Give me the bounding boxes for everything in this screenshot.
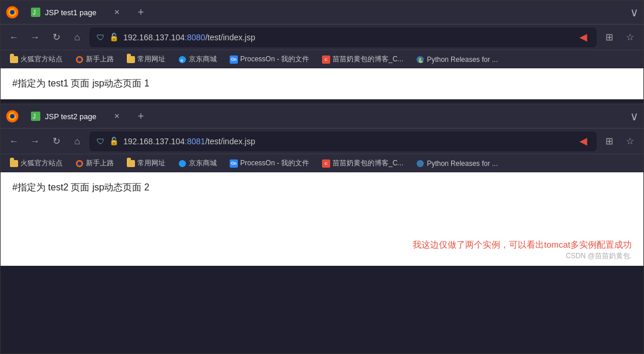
folder-icon-common xyxy=(127,56,135,63)
new-tab-btn-2[interactable]: + xyxy=(131,107,150,126)
svg-text:⊕: ⊕ xyxy=(180,58,183,62)
globe-icon-2 xyxy=(178,159,186,168)
qr-icon-2[interactable]: ⊞ xyxy=(600,133,618,150)
svg-point-18 xyxy=(179,159,186,166)
refresh-button-2[interactable]: ↻ xyxy=(47,133,65,150)
tab-title-1: JSP test1 page xyxy=(45,8,107,17)
python-icon-2 xyxy=(416,159,424,168)
browser-window-2: J JSP test2 page ✕ + ∨ ← → ↻ ⌂ 🛡 🔓 192.1… xyxy=(0,104,644,354)
page-content-2: #指定为 test2 页面 jsp动态页面 2 我这边仅做了两个实例，可以看出t… xyxy=(1,172,643,266)
red-arrow-1: ◄ xyxy=(577,30,590,45)
watermark-text: CSDN @苗苗奶黄包. xyxy=(566,251,632,261)
csdn-icon-2: C xyxy=(322,159,330,168)
firefox-bk-icon xyxy=(75,55,84,64)
bookmark-processon[interactable]: On ProcessOn - 我的文件 xyxy=(225,53,314,65)
globe-icon: ⊕ xyxy=(178,55,186,64)
bookmark-jd[interactable]: ⊕ 京东商城 xyxy=(174,53,221,65)
nav-bar-2: ← → ↻ ⌂ 🛡 🔓 192.168.137.104:8081/test/in… xyxy=(1,128,643,154)
title-bar-1: J JSP test1 page ✕ + ∨ xyxy=(1,1,643,24)
bookmarks-bar-1: 火狐官方站点 新手上路 常用网址 ⊕ 京东商城 On ProcessOn - 我… xyxy=(1,50,643,68)
tab-close-2[interactable]: ✕ xyxy=(112,111,122,122)
folder-icon-huxue-2 xyxy=(10,160,18,167)
shield-icon-2: 🛡 xyxy=(96,137,105,146)
home-button-1[interactable]: ⌂ xyxy=(68,29,86,46)
browser-window-1: J JSP test1 page ✕ + ∨ ← → ↻ ⌂ 🛡 🔓 192.1… xyxy=(0,0,644,104)
bookmark-common[interactable]: 常用网址 xyxy=(122,53,170,65)
bookmark-csdn-2[interactable]: C 苗苗奶黄包的博客_C... xyxy=(317,157,408,169)
firefox-icon-1 xyxy=(5,5,19,19)
qr-icon-1[interactable]: ⊞ xyxy=(600,29,618,46)
refresh-button-1[interactable]: ↻ xyxy=(47,29,65,46)
bookmark-python[interactable]: 🐍 Python Releases for ... xyxy=(411,54,502,65)
star-icon-2[interactable]: ☆ xyxy=(621,133,639,150)
folder-icon-common-2 xyxy=(127,160,135,167)
lock-icon-1: 🔓 xyxy=(109,33,119,41)
svg-point-6 xyxy=(78,57,82,61)
nav-right-icons-2: ⊞ ☆ xyxy=(600,133,639,150)
caption-text: 我这边仅做了两个实例，可以看出tomcat多实例配置成功 xyxy=(413,240,632,251)
active-tab-1[interactable]: J JSP test1 page ✕ xyxy=(24,2,129,23)
firefox-bk-icon-2 xyxy=(75,159,84,168)
nav-right-icons-1: ⊞ ☆ xyxy=(600,29,639,46)
python-icon: 🐍 xyxy=(416,55,424,64)
shield-icon-1: 🛡 xyxy=(96,33,105,42)
bookmarks-bar-2: 火狐官方站点 新手上路 常用网址 京东商城 On ProcessOn - 我的文… xyxy=(1,154,643,172)
bookmark-huxue-2[interactable]: 火狐官方站点 xyxy=(5,157,67,169)
red-arrow-2: ◄ xyxy=(577,134,590,149)
tab-favicon-2: J xyxy=(31,112,40,121)
svg-text:J: J xyxy=(33,9,36,16)
tab-title-2: JSP test2 page xyxy=(45,112,107,121)
page-text-2: #指定为 test2 页面 jsp动态页面 2 xyxy=(12,182,150,192)
svg-text:🐍: 🐍 xyxy=(418,57,424,63)
firefox-icon-2 xyxy=(5,109,19,123)
tab-favicon-1: J xyxy=(31,8,40,17)
page-content-1: #指定为 test1 页面 jsp动态页面 1 xyxy=(1,68,643,99)
bookmark-processon-2[interactable]: On ProcessOn - 我的文件 xyxy=(225,157,314,169)
back-button-2[interactable]: ← xyxy=(5,133,23,150)
back-button-1[interactable]: ← xyxy=(5,29,23,46)
home-button-2[interactable]: ⌂ xyxy=(68,133,86,150)
svg-point-2 xyxy=(10,10,15,15)
bookmark-huxue[interactable]: 火狐官方站点 xyxy=(5,53,67,65)
address-text-1: 192.168.137.104:8080/test/index.jsp xyxy=(123,33,572,42)
bookmark-jd-2[interactable]: 京东商城 xyxy=(174,157,221,169)
folder-icon-huxue xyxy=(10,56,18,63)
tab-close-1[interactable]: ✕ xyxy=(112,7,122,18)
bookmark-newbie-2[interactable]: 新手上路 xyxy=(71,157,119,169)
address-bar-1[interactable]: 🛡 🔓 192.168.137.104:8080/test/index.jsp … xyxy=(89,27,597,47)
bookmark-csdn[interactable]: C 苗苗奶黄包的博客_C... xyxy=(317,53,408,65)
address-text-2: 192.168.137.104:8081/test/index.jsp xyxy=(123,137,572,146)
bookmark-newbie[interactable]: 新手上路 xyxy=(71,53,119,65)
nav-bar-1: ← → ↻ ⌂ 🛡 🔓 192.168.137.104:8080/test/in… xyxy=(1,24,643,50)
on-icon: On xyxy=(230,55,238,64)
csdn-icon: C xyxy=(322,55,330,64)
bookmark-python-2[interactable]: Python Releases for ... xyxy=(411,158,502,169)
new-tab-btn-1[interactable]: + xyxy=(131,3,150,22)
page-text-1: #指定为 test1 页面 jsp动态页面 1 xyxy=(12,78,150,88)
bookmark-common-2[interactable]: 常用网址 xyxy=(122,157,170,169)
on-icon-2: On xyxy=(230,159,238,168)
svg-text:J: J xyxy=(33,113,36,120)
svg-point-17 xyxy=(78,161,82,165)
lock-icon-2: 🔓 xyxy=(109,137,119,145)
star-icon-1[interactable]: ☆ xyxy=(621,29,639,46)
svg-point-13 xyxy=(10,114,15,119)
title-bar-2: J JSP test2 page ✕ + ∨ xyxy=(1,105,643,128)
address-bar-2[interactable]: 🛡 🔓 192.168.137.104:8081/test/index.jsp … xyxy=(89,131,597,151)
title-bar-controls-1: ∨ xyxy=(630,5,639,19)
forward-button-1[interactable]: → xyxy=(26,29,44,46)
forward-button-2[interactable]: → xyxy=(26,133,44,150)
title-bar-controls-2: ∨ xyxy=(630,109,639,123)
svg-point-19 xyxy=(417,159,424,166)
active-tab-2[interactable]: J JSP test2 page ✕ xyxy=(24,106,129,127)
